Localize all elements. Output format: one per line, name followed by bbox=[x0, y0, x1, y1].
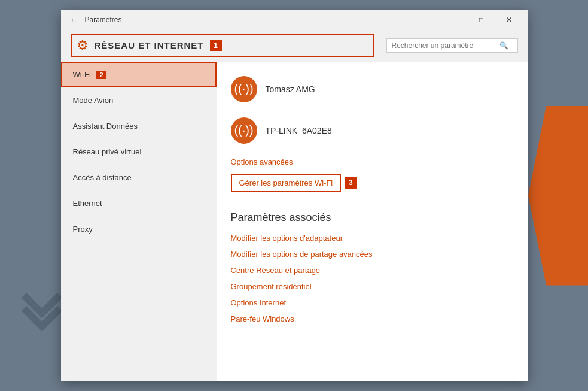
wifi-signal-icon: ((·)) bbox=[234, 82, 253, 96]
centre-reseau-link[interactable]: Centre Réseau et partage bbox=[231, 262, 513, 278]
options-internet-link[interactable]: Options Internet bbox=[231, 295, 513, 311]
sidebar-item-wifi[interactable]: Wi-Fi 2 bbox=[61, 62, 217, 87]
sidebar-item-assistant-donnees[interactable]: Assistant Données bbox=[61, 113, 217, 139]
network-name-tplink: TP-LINK_6A02E8 bbox=[266, 126, 332, 135]
network-item-tplink[interactable]: ((·)) TP-LINK_6A02E8 bbox=[231, 113, 513, 148]
sidebar-item-acces-distance[interactable]: Accès à distance bbox=[61, 165, 217, 190]
sidebar-item-ethernet-label: Ethernet bbox=[73, 199, 102, 208]
window-title: Paramètres bbox=[85, 16, 440, 24]
network-name-tomasz: Tomasz AMG bbox=[266, 84, 315, 94]
chevron-decoration bbox=[18, 283, 66, 331]
minimize-button[interactable]: — bbox=[440, 10, 468, 29]
manage-wifi-label: Gérer les paramètres Wi-Fi bbox=[239, 178, 333, 187]
sidebar-item-wifi-label: Wi-Fi bbox=[73, 70, 91, 79]
pare-feu-windows-link[interactable]: Pare-feu Windows bbox=[231, 311, 513, 327]
main-content: Wi-Fi 2 Mode Avion Assistant Données Rés… bbox=[61, 62, 528, 381]
manage-wifi-box[interactable]: Gérer les paramètres Wi-Fi 3 bbox=[231, 174, 342, 192]
sidebar-item-mode-avion-label: Mode Avion bbox=[73, 96, 114, 105]
settings-window: ← Paramètres — □ ✕ ⚙ RÉSEAU ET INTERNET … bbox=[61, 10, 528, 381]
wifi-signal-icon-2: ((·)) bbox=[234, 123, 253, 137]
gear-icon: ⚙ bbox=[77, 38, 89, 53]
back-button[interactable]: ← bbox=[66, 11, 83, 28]
header-icon-title-box: ⚙ RÉSEAU ET INTERNET 1 bbox=[71, 34, 374, 57]
header-badge-1: 1 bbox=[210, 40, 222, 51]
sidebar-item-proxy[interactable]: Proxy bbox=[61, 216, 217, 242]
divider-2 bbox=[231, 151, 513, 151]
maximize-button[interactable]: □ bbox=[468, 10, 495, 29]
titlebar: ← Paramètres — □ ✕ bbox=[61, 10, 528, 29]
wifi-icon-tomasz: ((·)) bbox=[231, 76, 257, 102]
modifier-options-partage-link[interactable]: Modifier les options de partage avancées bbox=[231, 246, 513, 262]
sidebar-item-ethernet[interactable]: Ethernet bbox=[61, 190, 217, 216]
divider-1 bbox=[231, 110, 513, 110]
header-title: RÉSEAU ET INTERNET bbox=[95, 40, 204, 50]
sidebar: Wi-Fi 2 Mode Avion Assistant Données Rés… bbox=[61, 62, 217, 381]
orange-shape bbox=[528, 106, 588, 286]
sidebar-item-assistant-label: Assistant Données bbox=[73, 122, 138, 131]
sidebar-item-mode-avion[interactable]: Mode Avion bbox=[61, 87, 217, 113]
search-box[interactable]: 🔍 bbox=[386, 38, 518, 53]
sidebar-item-vpn[interactable]: Réseau privé virtuel bbox=[61, 139, 217, 165]
window-controls: — □ ✕ bbox=[440, 10, 523, 29]
sidebar-item-acces-label: Accès à distance bbox=[73, 173, 132, 182]
wifi-icon-tplink: ((·)) bbox=[231, 117, 257, 144]
sidebar-wifi-badge: 2 bbox=[96, 71, 106, 79]
sidebar-item-proxy-label: Proxy bbox=[73, 225, 93, 234]
search-input[interactable] bbox=[392, 41, 499, 50]
section-title-parametres-associes: Paramètres associés bbox=[231, 211, 513, 224]
right-panel: ((·)) Tomasz AMG ((·)) TP-LINK_6A02E8 Op… bbox=[217, 62, 528, 381]
sidebar-item-vpn-label: Réseau privé virtuel bbox=[73, 147, 142, 156]
header: ⚙ RÉSEAU ET INTERNET 1 🔍 bbox=[61, 29, 528, 62]
groupement-residentiel-link[interactable]: Groupement résidentiel bbox=[231, 278, 513, 295]
search-icon: 🔍 bbox=[499, 41, 508, 50]
network-item-tomasz[interactable]: ((·)) Tomasz AMG bbox=[231, 71, 513, 107]
manage-badge-3: 3 bbox=[345, 177, 357, 189]
modifier-options-adaptateur-link[interactable]: Modifier les options d'adaptateur bbox=[231, 230, 513, 246]
options-avancees-link[interactable]: Options avancées bbox=[231, 154, 513, 170]
close-button[interactable]: ✕ bbox=[495, 10, 523, 29]
